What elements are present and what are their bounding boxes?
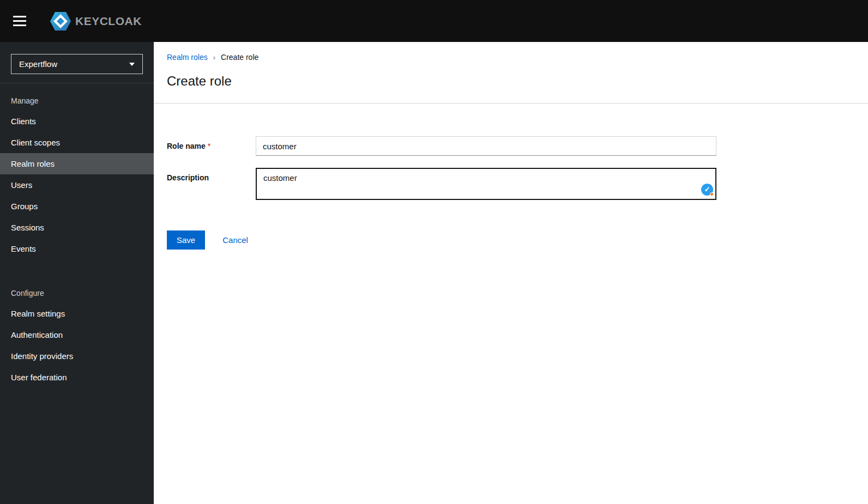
breadcrumb-separator-icon: › (213, 53, 215, 62)
grammarly-notification-dot (710, 192, 714, 196)
realm-selector-block: Expertflow (0, 42, 154, 83)
form-actions: Save Cancel (167, 230, 855, 250)
nav-group-title: Configure (0, 284, 154, 303)
description-textarea[interactable] (256, 168, 716, 200)
realm-selector-value: Expertflow (19, 59, 57, 69)
role-name-label: Role name* (167, 136, 256, 156)
breadcrumb: Realm roles › Create role (167, 53, 855, 62)
brand-text: KEYCLOAK (75, 15, 142, 28)
grammarly-check-icon[interactable] (701, 184, 713, 196)
breadcrumb-realm-roles-link[interactable]: Realm roles (167, 53, 208, 62)
nav-group-configure: Configure Realm settings Authentication … (0, 276, 154, 388)
hamburger-bar (13, 25, 26, 26)
sidebar-item-identity-providers[interactable]: Identity providers (0, 345, 154, 367)
role-name-control (256, 136, 716, 156)
required-asterisk: * (208, 142, 210, 150)
keycloak-logo-icon (49, 10, 72, 32)
description-label: Description (167, 168, 256, 200)
sidebar-item-realm-settings[interactable]: Realm settings (0, 303, 154, 324)
chevron-down-icon (129, 63, 135, 66)
hamburger-bar (13, 16, 26, 17)
cancel-link[interactable]: Cancel (222, 235, 248, 245)
create-role-form: Role name* Description (154, 104, 868, 250)
description-row: Description (167, 168, 855, 200)
role-name-label-text: Role name (167, 142, 206, 150)
sidebar-item-events[interactable]: Events (0, 238, 154, 259)
sidebar-item-realm-roles[interactable]: Realm roles (0, 153, 154, 174)
keycloak-logo[interactable]: KEYCLOAK (49, 10, 142, 32)
role-name-row: Role name* (167, 136, 855, 156)
sidebar-item-groups[interactable]: Groups (0, 196, 154, 217)
keycloak-admin-console: KEYCLOAK Expertflow Manage Clients Clien… (0, 0, 868, 504)
realm-selector[interactable]: Expertflow (11, 54, 143, 74)
page-header: Realm roles › Create role Create role (154, 42, 868, 103)
sidebar-item-users[interactable]: Users (0, 174, 154, 196)
masthead: KEYCLOAK (0, 0, 868, 42)
sidebar: Expertflow Manage Clients Client scopes … (0, 42, 154, 504)
page-title: Create role (167, 74, 855, 103)
sidebar-item-clients[interactable]: Clients (0, 111, 154, 132)
sidebar-item-user-federation[interactable]: User federation (0, 367, 154, 388)
sidebar-item-sessions[interactable]: Sessions (0, 217, 154, 238)
nav-group-title: Manage (0, 92, 154, 111)
role-name-input[interactable] (256, 136, 716, 156)
sidebar-item-client-scopes[interactable]: Client scopes (0, 132, 154, 153)
menu-toggle-button[interactable] (13, 10, 35, 32)
nav-group-manage: Manage Clients Client scopes Realm roles… (0, 83, 154, 259)
breadcrumb-current: Create role (221, 53, 258, 62)
main-content: Realm roles › Create role Create role Ro… (154, 42, 868, 504)
sidebar-item-authentication[interactable]: Authentication (0, 324, 154, 345)
description-control (256, 168, 716, 200)
save-button[interactable]: Save (167, 230, 205, 250)
hamburger-bar (13, 20, 26, 22)
